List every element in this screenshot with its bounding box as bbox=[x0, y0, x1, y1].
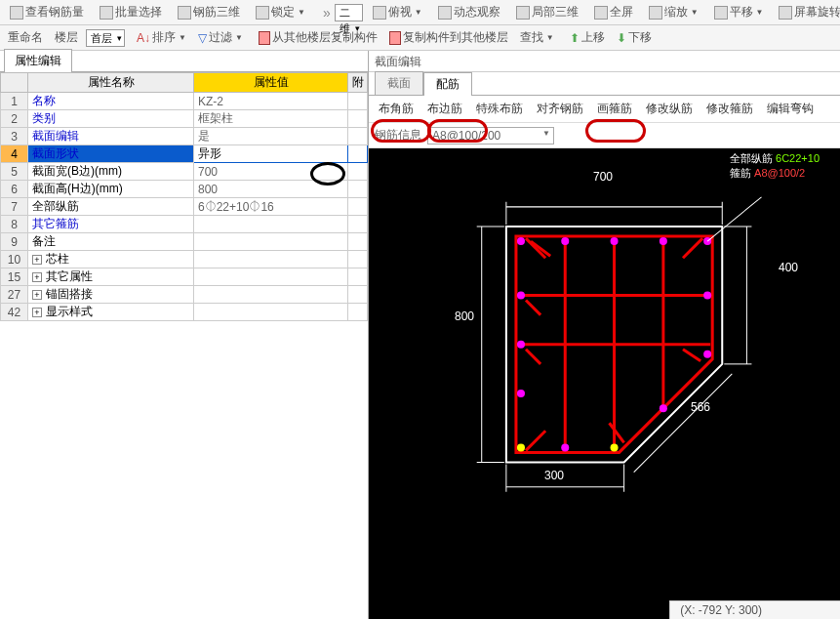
col-ext: 附 bbox=[348, 73, 368, 93]
expand-icon[interactable]: + bbox=[32, 308, 42, 317]
section-drawing bbox=[369, 148, 840, 619]
view-mode-select[interactable]: 二维 bbox=[335, 4, 363, 21]
local-3d-button[interactable]: 局部三维 bbox=[510, 2, 584, 22]
svg-point-17 bbox=[611, 237, 619, 245]
col-value: 属性值 bbox=[194, 73, 348, 93]
rebar-info-bar: 钢筋信息 A8@100/200 bbox=[369, 123, 840, 148]
svg-line-14 bbox=[683, 350, 700, 361]
svg-point-22 bbox=[517, 291, 525, 299]
draw-stirrup-button[interactable]: 画箍筋 bbox=[591, 98, 638, 120]
property-row[interactable]: 9备注 bbox=[1, 233, 368, 251]
svg-point-18 bbox=[660, 237, 667, 245]
top-toolbar: 查看钢筋量 批量选择 钢筋三维 锁定▼ » 二维 俯视▼ 动态观察 局部三维 全… bbox=[0, 0, 840, 25]
down-button[interactable]: ⬇下移 bbox=[613, 27, 656, 48]
dim-left: 800 bbox=[455, 310, 474, 323]
svg-point-23 bbox=[517, 341, 525, 349]
svg-point-16 bbox=[561, 237, 569, 245]
svg-line-9 bbox=[526, 431, 545, 450]
svg-line-11 bbox=[526, 300, 540, 314]
dim-diag: 566 bbox=[691, 400, 710, 414]
svg-point-20 bbox=[703, 291, 711, 299]
left-panel: 属性编辑 属性名称 属性值 附 1名称KZ-22类别框架柱3截面编辑是4截面形状… bbox=[0, 51, 369, 619]
rebar-legend: 全部纵筋 6C22+10 箍筋 A8@100/2 bbox=[730, 151, 820, 181]
copy-to-button[interactable]: 复制构件到其他楼层 bbox=[385, 27, 512, 48]
svg-line-13 bbox=[610, 423, 624, 442]
floor-select[interactable]: 首层 bbox=[86, 29, 125, 47]
property-row[interactable]: 15+其它属性 bbox=[1, 268, 368, 286]
edit-hook-button[interactable]: 编辑弯钩 bbox=[761, 98, 820, 120]
rotate-button[interactable]: 屏幕旋转▼ bbox=[773, 2, 840, 22]
col-name: 属性名称 bbox=[28, 73, 194, 93]
svg-point-15 bbox=[517, 237, 525, 245]
top-view-button[interactable]: 俯视▼ bbox=[367, 2, 428, 22]
tab-properties[interactable]: 属性编辑 bbox=[4, 49, 72, 72]
svg-line-7 bbox=[526, 238, 545, 258]
mid-toolbar: 重命名 楼层 首层 A↓排序▼ ▽过滤▼ 从其他楼层复制构件 复制构件到其他楼层… bbox=[0, 25, 840, 51]
col-idx bbox=[1, 73, 28, 93]
property-row[interactable]: 7全部纵筋6⏀22+10⏀16 bbox=[1, 198, 368, 216]
property-table: 属性名称 属性值 附 1名称KZ-22类别框架柱3截面编辑是4截面形状异形5截面… bbox=[0, 72, 368, 321]
dim-top: 700 bbox=[593, 170, 613, 184]
property-row[interactable]: 10+芯柱 bbox=[1, 251, 368, 268]
edit-stirrup-button[interactable]: 修改箍筋 bbox=[700, 98, 759, 120]
property-row[interactable]: 4截面形状异形 bbox=[1, 145, 368, 163]
svg-point-26 bbox=[561, 443, 569, 451]
special-rebar-button[interactable]: 特殊布筋 bbox=[470, 98, 529, 120]
section-title: 截面编辑 bbox=[369, 51, 840, 72]
rebar-3d-button[interactable]: 钢筋三维 bbox=[172, 2, 246, 22]
lock-button[interactable]: 锁定▼ bbox=[250, 2, 311, 22]
side-rebar-button[interactable]: 布边筋 bbox=[421, 98, 468, 120]
svg-point-21 bbox=[703, 351, 711, 358]
property-row[interactable]: 8其它箍筋 bbox=[1, 216, 368, 233]
tab-rebar[interactable]: 配筋 bbox=[423, 72, 472, 96]
filter-button[interactable]: ▽过滤▼ bbox=[194, 27, 247, 48]
dynamic-view-button[interactable]: 动态观察 bbox=[432, 2, 506, 22]
property-row[interactable]: 2类别框架柱 bbox=[1, 110, 368, 128]
rebar-toolbar: 布角筋 布边筋 特殊布筋 对齐钢筋 画箍筋 修改纵筋 修改箍筋 编辑弯钩 bbox=[369, 96, 840, 123]
expand-icon[interactable]: + bbox=[32, 272, 42, 282]
svg-point-27 bbox=[611, 443, 619, 451]
fullscreen-button[interactable]: 全屏 bbox=[588, 2, 639, 22]
property-row[interactable]: 3截面编辑是 bbox=[1, 128, 368, 145]
find-button[interactable]: 查找▼ bbox=[516, 27, 558, 48]
drawing-canvas[interactable]: 700 400 800 566 300 全部纵筋 6C22+10 箍筋 A8@1… bbox=[369, 148, 840, 619]
zoom-button[interactable]: 缩放▼ bbox=[643, 2, 704, 22]
status-bar: (X: -792 Y: 300) bbox=[669, 600, 840, 619]
expand-icon[interactable]: + bbox=[32, 290, 42, 300]
rename-button[interactable]: 重命名 bbox=[4, 27, 47, 48]
svg-line-8 bbox=[683, 238, 702, 258]
rebar-info-input[interactable]: A8@100/200 bbox=[427, 127, 554, 144]
sort-button[interactable]: A↓排序▼ bbox=[133, 27, 190, 48]
property-row[interactable]: 6截面高(H边)(mm)800 bbox=[1, 181, 368, 198]
expand-icon[interactable]: + bbox=[32, 255, 42, 265]
property-row[interactable]: 42+显示样式 bbox=[1, 304, 368, 321]
edit-long-rebar-button[interactable]: 修改纵筋 bbox=[640, 98, 699, 120]
corner-rebar-button[interactable]: 布角筋 bbox=[373, 98, 420, 120]
floor-label: 楼层 bbox=[51, 27, 82, 48]
right-panel: 截面编辑 截面 配筋 布角筋 布边筋 特殊布筋 对齐钢筋 画箍筋 修改纵筋 修改… bbox=[369, 51, 840, 619]
dim-right: 400 bbox=[779, 261, 798, 274]
svg-point-28 bbox=[660, 404, 667, 412]
align-rebar-button[interactable]: 对齐钢筋 bbox=[531, 98, 589, 120]
copy-from-button[interactable]: 从其他楼层复制构件 bbox=[255, 27, 381, 48]
svg-line-12 bbox=[526, 350, 540, 364]
view-rebar-button[interactable]: 查看钢筋量 bbox=[4, 2, 90, 22]
dim-bottom: 300 bbox=[544, 469, 564, 482]
property-row[interactable]: 1名称KZ-2 bbox=[1, 93, 368, 110]
rebar-info-label: 钢筋信息 bbox=[375, 127, 421, 144]
svg-point-25 bbox=[517, 443, 525, 451]
batch-select-button[interactable]: 批量选择 bbox=[94, 2, 168, 22]
property-row[interactable]: 27+锚固搭接 bbox=[1, 286, 368, 304]
pan-button[interactable]: 平移▼ bbox=[708, 2, 770, 22]
tab-section[interactable]: 截面 bbox=[375, 71, 423, 96]
svg-line-42 bbox=[707, 197, 761, 241]
up-button[interactable]: ⬆上移 bbox=[566, 27, 609, 48]
svg-point-24 bbox=[517, 390, 525, 397]
property-row[interactable]: 5截面宽(B边)(mm)700 bbox=[1, 163, 368, 181]
